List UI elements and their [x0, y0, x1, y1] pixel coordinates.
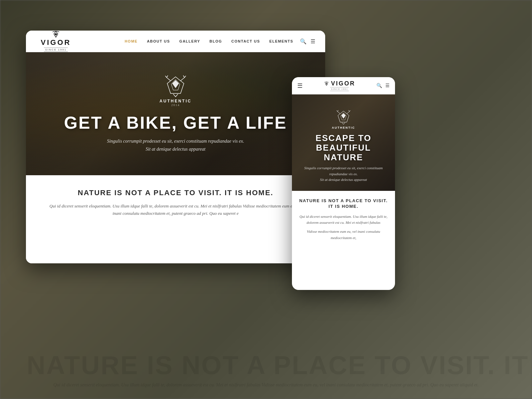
background-text-area: NATURE IS NOT A PLACE TO VISIT. IT IS HO…	[0, 345, 532, 399]
svg-marker-13	[341, 113, 345, 119]
logo-icon	[51, 31, 61, 38]
svg-point-10	[326, 83, 328, 84]
desktop-content-body: Qui id diceret senserit eloquentiam. Usu…	[46, 202, 305, 217]
mobile-search-icon[interactable]: 🔍	[376, 83, 382, 88]
svg-line-16	[337, 110, 338, 112]
desktop-nav-links: HOME ABOUT US GALLERY BLOG CONTACT US EL…	[125, 39, 293, 43]
desktop-menu-icon[interactable]: ☰	[311, 38, 315, 45]
nav-link-home[interactable]: HOME	[125, 39, 138, 43]
mobile-hero-badge: AUTHENTIC	[332, 109, 355, 129]
svg-line-9	[183, 75, 185, 77]
nav-link-about[interactable]: ABOUT US	[147, 39, 170, 43]
nav-link-blog[interactable]: BLOG	[209, 39, 222, 43]
mobile-mockup: ☰ VIGOR SINCE 1991 🔍 ☰	[292, 77, 395, 290]
svg-line-8	[185, 76, 186, 77]
nav-link-elements[interactable]: ELEMENTS	[269, 39, 293, 43]
svg-line-7	[181, 77, 185, 81]
desktop-badge-year: 2014	[160, 103, 192, 107]
desktop-hero-title: GET A BIKE, GET A LIFE	[64, 113, 287, 133]
desktop-content-section: NATURE IS NOT A PLACE TO VISIT. IT IS HO…	[26, 175, 325, 263]
desktop-brand-name: VIGOR	[41, 38, 71, 47]
svg-line-18	[349, 110, 350, 111]
mobile-nav-icons: 🔍 ☰	[376, 83, 390, 88]
desktop-content-heading: NATURE IS NOT A PLACE TO VISIT. IT IS HO…	[46, 189, 305, 197]
svg-line-5	[165, 76, 167, 77]
mobile-content-section: NATURE IS NOT A PLACE TO VISIT. IT IS HO…	[292, 191, 395, 248]
svg-line-4	[167, 77, 171, 81]
mobile-hero-subtitle: Singulis corrumpit prodesset eu sit, exe…	[292, 165, 395, 183]
desktop-hero-subtitle: Singulis corrumpit prodesset eu sit, exe…	[107, 137, 244, 153]
svg-marker-3	[172, 80, 179, 88]
svg-line-6	[167, 75, 168, 77]
mobile-hero-subtitle-line2: Sit at denique delectus appareat	[320, 178, 367, 182]
mobile-content-body-line2: Vidisse mediocritatem eum eu, vel inani …	[299, 228, 388, 241]
desktop-navbar: VIGOR SINCE 1991 HOME ABOUT US GALLERY B…	[26, 31, 325, 52]
mobile-logo: VIGOR SINCE 1991	[303, 80, 376, 91]
desktop-hero-subtitle-line1: Singulis corrumpit prodesset eu sit, exe…	[107, 139, 244, 144]
svg-line-19	[348, 110, 349, 112]
mobile-logo-icon	[324, 81, 330, 86]
desktop-badge-label: AUTHENTIC	[160, 99, 192, 103]
bg-heading: NATURE IS NOT A PLACE TO VISIT. IT IS HO…	[27, 352, 505, 378]
desktop-mockup: VIGOR SINCE 1991 HOME ABOUT US GALLERY B…	[26, 31, 325, 263]
svg-line-14	[337, 112, 340, 114]
mobile-hero-title: ESCAPE TO BEAUTIFUL NATURE	[292, 133, 395, 162]
svg-point-0	[55, 33, 57, 35]
mobile-content-heading: NATURE IS NOT A PLACE TO VISIT. IT IS HO…	[299, 198, 388, 209]
mobile-brand-name: VIGOR	[331, 80, 355, 87]
nav-link-contact[interactable]: CONTACT US	[231, 39, 260, 43]
mobile-navbar: ☰ VIGOR SINCE 1991 🔍 ☰	[292, 77, 395, 94]
desktop-nav-icons: 🔍 ☰	[300, 38, 315, 45]
mobile-badge-label: AUTHENTIC	[332, 126, 355, 129]
mobile-hero: AUTHENTIC ESCAPE TO BEAUTIFUL NATURE Sin…	[292, 94, 395, 191]
desktop-search-icon[interactable]: 🔍	[300, 38, 307, 45]
mobile-hamburger-icon[interactable]: ☰	[297, 82, 303, 89]
nav-link-gallery[interactable]: GALLERY	[179, 39, 200, 43]
desktop-hero-subtitle-line2: Sit at denique delectus appareat	[146, 147, 205, 152]
mobile-menu-icon[interactable]: ☰	[385, 83, 390, 88]
mobile-brand-since: SINCE 1991	[330, 87, 349, 91]
svg-line-17	[347, 112, 349, 114]
desktop-hero: AUTHENTIC 2014 GET A BIKE, GET A LIFE Si…	[26, 52, 325, 175]
mobile-badge-diamond-icon	[333, 109, 353, 125]
mobile-content-body-line1: Qui id diceret senserit eloquentiam. Usu…	[299, 213, 388, 226]
bg-body: Qui id diceret senserit eloquentiam. Usu…	[27, 381, 505, 389]
desktop-logo: VIGOR SINCE 1991	[36, 31, 76, 52]
desktop-brand-since: SINCE 1991	[44, 48, 68, 52]
desktop-hero-badge: AUTHENTIC 2014	[160, 74, 192, 107]
svg-line-15	[336, 110, 337, 111]
badge-diamond-icon	[161, 74, 191, 97]
mobile-hero-subtitle-line1: Singulis corrumpit prodesset eu sit, exe…	[304, 166, 383, 176]
